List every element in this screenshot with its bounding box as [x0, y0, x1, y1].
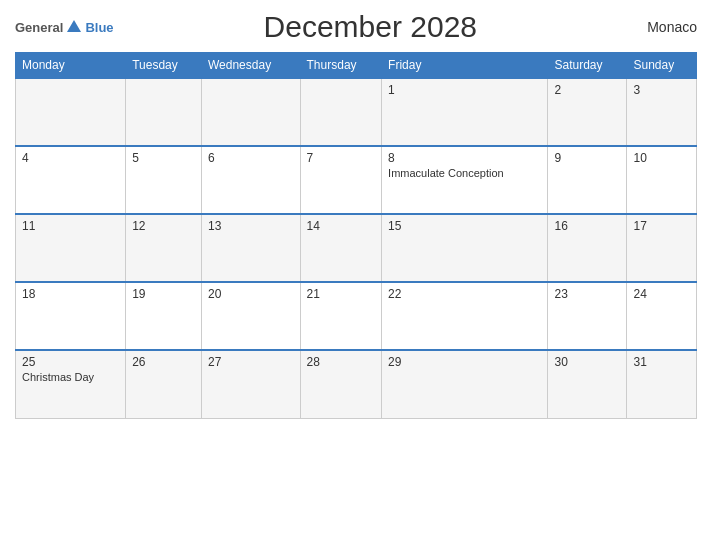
day-number: 10	[633, 151, 690, 165]
day-number: 23	[554, 287, 620, 301]
day-number: 24	[633, 287, 690, 301]
week-row-2: 45678Immaculate Conception910	[16, 146, 697, 214]
day-number: 2	[554, 83, 620, 97]
svg-marker-0	[67, 20, 81, 32]
calendar-cell: 5	[126, 146, 202, 214]
logo-icon	[65, 18, 83, 36]
calendar-cell: 12	[126, 214, 202, 282]
calendar-cell: 11	[16, 214, 126, 282]
calendar-cell: 27	[201, 350, 300, 418]
calendar-cell: 15	[382, 214, 548, 282]
day-number: 31	[633, 355, 690, 369]
day-number: 4	[22, 151, 119, 165]
calendar-cell: 14	[300, 214, 382, 282]
calendar-cell: 25Christmas Day	[16, 350, 126, 418]
calendar-cell: 9	[548, 146, 627, 214]
logo-general-text: General	[15, 20, 63, 35]
calendar-cell: 22	[382, 282, 548, 350]
calendar-cell: 16	[548, 214, 627, 282]
event-label: Christmas Day	[22, 371, 119, 383]
week-row-4: 18192021222324	[16, 282, 697, 350]
calendar-cell: 2	[548, 78, 627, 146]
calendar-cell: 30	[548, 350, 627, 418]
calendar-cell: 26	[126, 350, 202, 418]
day-number: 11	[22, 219, 119, 233]
day-number: 3	[633, 83, 690, 97]
header-monday: Monday	[16, 53, 126, 79]
day-number: 15	[388, 219, 541, 233]
calendar-header: General Blue December 2028 Monaco	[15, 10, 697, 44]
calendar-cell: 29	[382, 350, 548, 418]
week-row-3: 11121314151617	[16, 214, 697, 282]
day-number: 6	[208, 151, 294, 165]
day-number: 19	[132, 287, 195, 301]
calendar-cell: 21	[300, 282, 382, 350]
day-number: 13	[208, 219, 294, 233]
calendar-grid: Monday Tuesday Wednesday Thursday Friday…	[15, 52, 697, 419]
day-number: 16	[554, 219, 620, 233]
calendar-cell: 8Immaculate Conception	[382, 146, 548, 214]
day-number: 14	[307, 219, 376, 233]
calendar-cell: 6	[201, 146, 300, 214]
header-tuesday: Tuesday	[126, 53, 202, 79]
calendar-cell: 18	[16, 282, 126, 350]
header-thursday: Thursday	[300, 53, 382, 79]
calendar-cell: 10	[627, 146, 697, 214]
weekday-header-row: Monday Tuesday Wednesday Thursday Friday…	[16, 53, 697, 79]
calendar-cell: 19	[126, 282, 202, 350]
logo-blue-text: Blue	[85, 20, 113, 35]
calendar-cell: 28	[300, 350, 382, 418]
day-number: 29	[388, 355, 541, 369]
header-friday: Friday	[382, 53, 548, 79]
calendar-cell: 4	[16, 146, 126, 214]
day-number: 1	[388, 83, 541, 97]
calendar-cell	[16, 78, 126, 146]
calendar-cell: 1	[382, 78, 548, 146]
day-number: 22	[388, 287, 541, 301]
week-row-5: 25Christmas Day262728293031	[16, 350, 697, 418]
day-number: 8	[388, 151, 541, 165]
calendar-cell: 24	[627, 282, 697, 350]
calendar-cell: 23	[548, 282, 627, 350]
day-number: 28	[307, 355, 376, 369]
day-number: 26	[132, 355, 195, 369]
calendar-cell: 31	[627, 350, 697, 418]
header-wednesday: Wednesday	[201, 53, 300, 79]
calendar-title: December 2028	[114, 10, 627, 44]
header-saturday: Saturday	[548, 53, 627, 79]
country-name: Monaco	[627, 19, 697, 35]
day-number: 25	[22, 355, 119, 369]
calendar-cell	[201, 78, 300, 146]
day-number: 9	[554, 151, 620, 165]
calendar-cell: 20	[201, 282, 300, 350]
calendar-cell	[300, 78, 382, 146]
calendar-cell: 3	[627, 78, 697, 146]
day-number: 27	[208, 355, 294, 369]
event-label: Immaculate Conception	[388, 167, 541, 179]
calendar-cell	[126, 78, 202, 146]
day-number: 5	[132, 151, 195, 165]
day-number: 7	[307, 151, 376, 165]
day-number: 17	[633, 219, 690, 233]
day-number: 12	[132, 219, 195, 233]
calendar-cell: 7	[300, 146, 382, 214]
calendar-container: General Blue December 2028 Monaco Monday…	[0, 0, 712, 550]
day-number: 30	[554, 355, 620, 369]
logo: General Blue	[15, 18, 114, 36]
day-number: 20	[208, 287, 294, 301]
calendar-cell: 13	[201, 214, 300, 282]
header-sunday: Sunday	[627, 53, 697, 79]
day-number: 18	[22, 287, 119, 301]
day-number: 21	[307, 287, 376, 301]
week-row-1: 123	[16, 78, 697, 146]
calendar-cell: 17	[627, 214, 697, 282]
